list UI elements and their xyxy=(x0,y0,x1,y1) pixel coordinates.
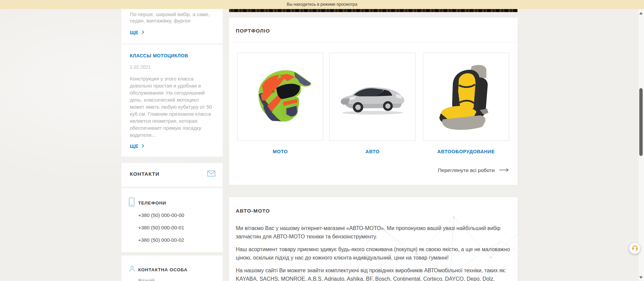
sidebar-contact-person-card: КОНТАКТНА ОСОБА Віталій xyxy=(121,256,223,281)
person-icon xyxy=(129,265,136,274)
silver-sedan-car-image xyxy=(336,75,409,118)
about-heading: АВТО-МОТО xyxy=(236,208,270,214)
article-more-link[interactable]: ЩЕ xyxy=(130,143,144,149)
phone-number[interactable]: +380 (50) 000-00-00 xyxy=(138,212,184,218)
more-link-label: ЩЕ xyxy=(130,144,139,149)
envelope-icon[interactable] xyxy=(207,170,215,178)
about-text: Ми вітаємо Вас у нашому інтернет-магазин… xyxy=(236,224,512,281)
contact-person-name: Віталій xyxy=(138,278,155,281)
phone-number[interactable]: +380 (50) 000-00-01 xyxy=(138,225,184,230)
contact-person-heading: КОНТАКТНА ОСОБА xyxy=(138,267,187,272)
sidebar-article-card: КЛАССЫ МОТОЦИКЛОВ 1.02.2021 Конструкция … xyxy=(121,45,223,157)
about-paragraph: На нашому сайті Ви можете знайти комплек… xyxy=(236,266,512,281)
about-paragraph: Ми вітаємо Вас у нашому інтернет-магазин… xyxy=(236,224,512,241)
car-seat-cover-image xyxy=(433,60,500,134)
scrollbar-down-arrow[interactable] xyxy=(639,276,643,279)
contacts-heading: КОНТАКТИ xyxy=(130,171,214,177)
article-teaser-more-link[interactable]: ЩЕ xyxy=(130,30,144,36)
chevron-right-icon xyxy=(142,143,144,149)
banner-image-bottom-edge xyxy=(229,9,518,12)
article-title-link[interactable]: КЛАССЫ МОТОЦИКЛОВ xyxy=(130,53,214,58)
phones-heading: ТЕЛЕФОНИ xyxy=(138,201,166,206)
article-date: 1.02.2021 xyxy=(130,64,214,70)
more-link-label: ЩЕ xyxy=(130,30,139,35)
phone-number[interactable]: +380 (50) 000-00-02 xyxy=(138,237,184,243)
article-teaser-excerpt: По-перше, широкий вибір, а саме, седан, … xyxy=(130,11,214,24)
preview-mode-bar: Вы находитесь в режиме просмотра xyxy=(0,0,644,9)
divider xyxy=(229,42,518,43)
motocross-helmet-image xyxy=(248,62,313,132)
support-chat-button[interactable] xyxy=(629,243,640,254)
portfolio-label-avto[interactable]: АВТО xyxy=(329,149,416,154)
portfolio-item-avto[interactable] xyxy=(329,53,416,141)
sidebar-phones-card: ТЕЛЕФОНИ +380 (50) 000-00-00 +380 (50) 0… xyxy=(121,188,223,252)
smartphone-icon xyxy=(129,198,135,208)
about-paragraph: Наш асортимент товару приємно здивує буд… xyxy=(236,245,512,262)
chevron-right-icon xyxy=(142,30,144,36)
portfolio-heading: ПОРТФОЛІО xyxy=(236,28,270,34)
headset-icon xyxy=(632,244,638,252)
about-section: АВТО-МОТО Ми вітаємо Вас у нашому інтерн… xyxy=(229,197,518,281)
vertical-scrollbar-thumb[interactable] xyxy=(639,88,643,156)
sidebar-article-teaser: По-перше, широкий вибір, а саме, седан, … xyxy=(121,9,223,44)
article-excerpt: Конструкция у этого класса довольно прос… xyxy=(130,75,214,138)
sidebar-contacts-card: КОНТАКТИ xyxy=(121,163,223,187)
portfolio-label-avtooborudovanie[interactable]: АВТООБОРУДОВАНИЕ xyxy=(423,149,509,154)
scrollbar-up-arrow[interactable] xyxy=(639,12,643,14)
long-arrow-right-icon xyxy=(499,167,509,173)
view-all-works-link[interactable]: Переглянути всі роботи xyxy=(438,167,509,173)
view-all-works-label: Переглянути всі роботи xyxy=(438,167,495,173)
portfolio-item-moto[interactable] xyxy=(237,53,323,141)
page: Вы находитесь в режиме просмотра По-перш… xyxy=(0,0,644,281)
portfolio-label-moto[interactable]: МОТО xyxy=(237,149,323,154)
portfolio-item-avtooborudovanie[interactable] xyxy=(423,53,509,141)
portfolio-section: ПОРТФОЛІО xyxy=(229,18,518,185)
